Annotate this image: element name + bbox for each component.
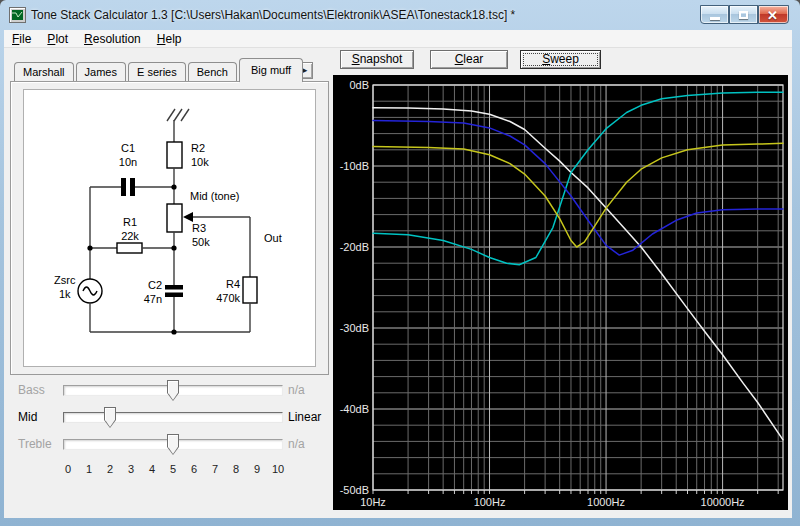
scale-number-4: 4 [142,463,162,475]
scale-number-1: 1 [79,463,99,475]
slider-value-treble: n/a [288,437,305,451]
scale-number-8: 8 [226,463,246,475]
menu-item-file[interactable]: File [4,31,39,47]
maximize-button[interactable] [729,5,758,24]
slider-row-treble: Treblen/a [4,431,334,457]
circuit-label: C2 [148,279,162,291]
menu-item-plot[interactable]: Plot [39,31,76,47]
x-axis-label: 100Hz [474,496,506,508]
circuit-label: R2 [191,142,205,154]
slider-thumb-bass [167,380,179,401]
tone-stack-tabs: MarshallJamesE seriesBenchBig muff [14,56,305,82]
circuit-diagram: C110nR210kMid (tone)R350kOutR122kZsrc1kC… [23,89,316,367]
x-axis-label: 1000Hz [587,496,625,508]
y-axis-label: -40dB [340,403,369,415]
app-window: Tone Stack Calculator 1.3 [C:\Users\Haka… [0,0,800,526]
title-bar[interactable]: Tone Stack Calculator 1.3 [C:\Users\Haka… [0,0,800,30]
y-axis-label: -10dB [340,160,369,172]
scale-number-2: 2 [100,463,120,475]
scale-number-9: 9 [247,463,267,475]
sweep-button[interactable]: Sweep [520,50,601,69]
circuit-label: C1 [121,142,135,154]
slider-track-mid[interactable] [63,412,283,423]
slider-row-mid: MidLinear [4,404,334,430]
slider-row-bass: Bassn/a [4,377,334,403]
circuit-label: Mid (tone) [190,190,240,202]
scale-number-10: 10 [268,463,288,475]
curve-snapshot-blue [373,121,783,256]
circuit-components [87,178,193,335]
y-axis-label: 0dB [349,79,369,91]
tab-e-series[interactable]: E series [128,62,186,82]
circuit-label: 470k [216,292,240,304]
circuit-label: 50k [192,236,210,248]
scale-number-6: 6 [184,463,204,475]
circuit-label: R1 [123,216,137,228]
tab-bench[interactable]: Bench [188,62,237,82]
circuit-label: R3 [192,222,206,234]
circuit-label: Out [264,232,282,244]
tab-content-panel: C110nR210kMid (tone)R350kOutR122kZsrc1kC… [10,81,329,375]
circuit-label: 47n [144,293,162,305]
slider-value-mid: Linear [288,410,321,424]
circuit-label: 22k [121,230,139,242]
slider-value-bass: n/a [288,383,305,397]
y-axis-label: -30dB [340,322,369,334]
menu-item-resolution[interactable]: Resolution [76,31,149,47]
tab-marshall[interactable]: Marshall [14,62,74,82]
x-axis-label: 10Hz [360,496,386,508]
circuit-label: 10k [191,156,209,168]
y-axis-label: -20dB [340,241,369,253]
slider-label-mid: Mid [18,410,37,424]
minimize-icon [710,17,720,20]
close-icon: ✕ [767,8,778,23]
frequency-response-plot: 0dB-10dB-20dB-30dB-40dB-50dB10Hz100Hz100… [333,75,788,510]
circuit-label: 1k [59,288,71,300]
window-title: Tone Stack Calculator 1.3 [C:\Users\Haka… [31,8,515,22]
curve-current-yellow [373,143,783,247]
circuit-label: R4 [226,278,240,290]
scale-number-3: 3 [121,463,141,475]
circuit-label: Zsrc [54,274,76,286]
slider-scale: 012345678910 [4,463,334,477]
scale-number-5: 5 [163,463,183,475]
y-axis-label: -50dB [340,484,369,496]
slider-label-bass: Bass [18,383,45,397]
tab-james[interactable]: James [76,62,126,82]
menu-item-help[interactable]: Help [149,31,190,47]
snapshot-button[interactable]: Snapshot [340,50,414,69]
minimize-button[interactable] [700,5,729,24]
scale-number-0: 0 [58,463,78,475]
slider-thumb-treble [167,434,179,455]
app-icon [9,7,26,23]
x-axis-label: 10000Hz [701,496,745,508]
maximize-icon [739,11,748,19]
circuit-label: 10n [119,156,137,168]
slider-thumb-mid[interactable] [104,407,116,428]
clear-button[interactable]: Clear [430,50,508,69]
client-area: MarshallJamesE seriesBenchBig muff ◄ ► [4,48,792,518]
menu-bar: FilePlotResolutionHelp [4,30,792,48]
tab-big-muff[interactable]: Big muff [239,58,303,82]
scale-number-7: 7 [205,463,225,475]
close-button[interactable]: ✕ [758,5,789,24]
slider-label-treble: Treble [18,437,52,451]
curve-snapshot-white [373,108,783,440]
